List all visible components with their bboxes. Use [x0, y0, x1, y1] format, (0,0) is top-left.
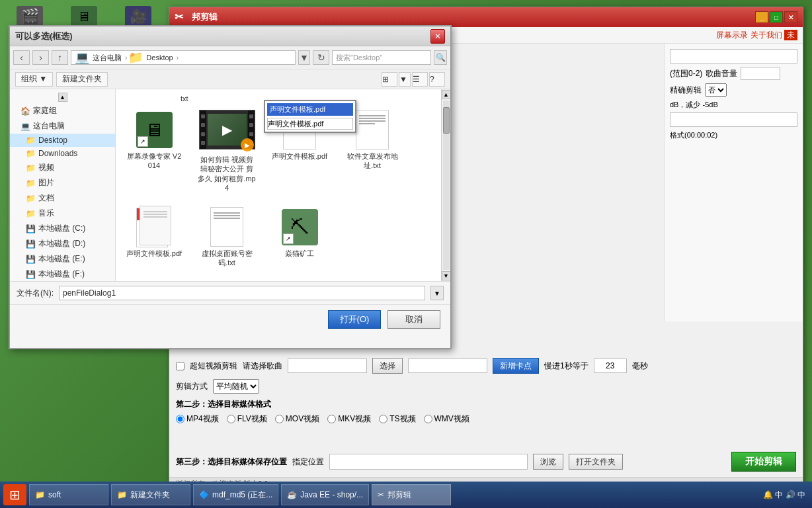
right-panel: (范围0-2) 歌曲音量 精确剪辑 否 是 dB，减少 -5dB: [664, 44, 803, 321]
sidebar-drive-e[interactable]: 💾 本地磁盘 (E:): [10, 251, 115, 267]
file-item-txt2[interactable]: 虚拟桌面账号密码.txt: [194, 203, 260, 272]
dialog-close-button[interactable]: ✕: [430, 29, 445, 44]
sidebar-downloads[interactable]: 📁 Downloads: [10, 147, 115, 160]
file-item-video[interactable]: ▶ ▶ 如何剪辑 视频剪辑秘密大公开 剪多久 如何粗剪.mp4: [194, 106, 260, 196]
file-item-screenrecorder[interactable]: 🖥 ↗ 屏幕录像专家 V2014: [121, 106, 187, 196]
browse-button[interactable]: 浏览: [533, 454, 563, 470]
search-bar[interactable]: 搜索"Desktop": [332, 50, 431, 65]
txt2-line-3: [214, 218, 240, 219]
sidebar-this-pc[interactable]: 💻 这台电脑: [10, 118, 115, 134]
file-item-miner[interactable]: ⛏ ↗ 焱猫矿工: [266, 203, 333, 272]
film-hole-3: [201, 132, 205, 136]
maximize-button[interactable]: □: [770, 11, 783, 23]
new-folder-button[interactable]: 新建文件夹: [56, 72, 108, 87]
dropdown-button[interactable]: ▼: [298, 50, 310, 65]
cut-mode-select[interactable]: 平均随机: [213, 379, 259, 394]
this-pc-label: 这台电脑: [33, 120, 65, 132]
ms-label: 毫秒: [632, 360, 648, 372]
scroll-top-arrow[interactable]: ▲: [442, 90, 451, 99]
taskbar-item-newfolder[interactable]: 📁 新建文件夹: [111, 484, 190, 505]
fmt-mov[interactable]: MOV视频: [275, 413, 319, 425]
fmt-mkv[interactable]: MKV视频: [327, 413, 371, 425]
help-button[interactable]: ?: [429, 72, 445, 87]
file-area[interactable]: txt 🖥 ↗ 屏幕录像专家 V2014: [116, 89, 441, 281]
film-hole-6: [249, 123, 253, 127]
drive-d-icon: 💾: [26, 239, 36, 249]
pdf2-front-sheet: [140, 206, 171, 245]
taskbar-item-bangjianji[interactable]: ✂ 邦剪辑: [372, 484, 451, 505]
filename-dropdown[interactable]: ▼: [430, 286, 444, 300]
scroll-bottom-arrow[interactable]: ▼: [442, 271, 451, 280]
back-button[interactable]: ‹: [13, 50, 30, 65]
home-group-icon: 🏠: [20, 106, 30, 116]
view-icons-button[interactable]: ⊞: [382, 72, 397, 87]
close-button[interactable]: ✕: [784, 11, 797, 23]
this-pc-icon: 💻: [20, 122, 30, 131]
open-button[interactable]: 打开(O): [328, 310, 381, 329]
select-song-button[interactable]: 选择: [372, 358, 403, 374]
downloads-folder-icon: 📁: [26, 149, 36, 158]
fmt-mp4[interactable]: MP4视频: [176, 413, 219, 425]
file-item-pdf2[interactable]: PDF 声明文件: [121, 203, 187, 272]
pictures-folder-icon: 📁: [26, 179, 36, 188]
downloads-label: Downloads: [38, 149, 77, 158]
filename-input[interactable]: [59, 286, 425, 300]
sidebar-drive-d[interactable]: 💾 本地磁盘 (D:): [10, 236, 115, 251]
txt1-lines: [356, 110, 388, 129]
txt2-line-2: [214, 215, 240, 216]
scroll-track[interactable]: [443, 101, 450, 270]
forward-button[interactable]: ›: [32, 50, 49, 65]
format-radio-group: MP4视频 FLV视频 MOV视频 MKV视频 TS视频 WMV视频: [176, 413, 657, 425]
scroll-up-arrow[interactable]: ▲: [58, 93, 67, 102]
dialog-scrollbar[interactable]: ▲ ▼: [441, 89, 450, 281]
start-button[interactable]: 开始剪辑: [731, 452, 796, 472]
cancel-button[interactable]: 取消: [387, 310, 440, 329]
sidebar-desktop[interactable]: 📁 Desktop: [10, 134, 115, 147]
location-input[interactable]: [329, 454, 528, 470]
refresh-button[interactable]: ↻: [313, 50, 329, 65]
pdf-overlay-name: 声明文件模板.pdf: [272, 151, 327, 161]
open-folder-button[interactable]: 打开文件夹: [569, 454, 623, 470]
taskbar-item-mdf[interactable]: 🔷 mdf_md5 (正在...: [193, 484, 278, 505]
address-bar[interactable]: 💻 这台电脑 › 📁 Desktop ›: [71, 50, 296, 65]
sidebar-pictures[interactable]: 📁 图片: [10, 175, 115, 190]
organize-button[interactable]: 组织 ▼: [15, 72, 53, 87]
right-input-1[interactable]: [670, 49, 797, 64]
sidebar-documents[interactable]: 📁 文档: [10, 190, 115, 206]
taskbar-item-java[interactable]: ☕ Java EE - shop/...: [281, 484, 369, 505]
fmt-flv[interactable]: FLV视频: [227, 413, 267, 425]
sidebar-home-group[interactable]: 🏠 家庭组: [10, 103, 115, 118]
address-parts: 💻 这台电脑 › 📁 Desktop ›: [75, 50, 179, 65]
minimize-button[interactable]: _: [755, 11, 768, 23]
taskbar-item-soft[interactable]: 📁 soft: [29, 484, 108, 505]
precise-select[interactable]: 否 是: [705, 83, 727, 97]
pdf-rename-input[interactable]: [267, 118, 353, 130]
volume-input[interactable]: [741, 67, 780, 80]
sidebar-videos[interactable]: 📁 视频: [10, 160, 115, 175]
view-dropdown-button[interactable]: ▼: [399, 72, 411, 87]
up-button[interactable]: ↑: [52, 50, 68, 65]
fmt-ts[interactable]: TS视频: [379, 413, 415, 425]
dialog-body: ▲ 🏠 家庭组 💻 这台电脑 📁 Desktop 📁 Downloads: [10, 89, 450, 281]
taskbar-label-bangjianji: 邦剪辑: [387, 489, 411, 501]
main-window-title: 邦剪辑: [192, 11, 755, 23]
sidebar-drive-f[interactable]: 💾 本地磁盘 (F:): [10, 267, 115, 281]
sidebar-drive-c[interactable]: 💾 本地磁盘 (C:): [10, 221, 115, 236]
file-item-pdf-overlay[interactable]: 声明文件模板.pdf PDF: [266, 106, 333, 196]
add-marker-button[interactable]: 新增卡点: [493, 358, 539, 374]
short-video-label: 超短视频剪辑: [190, 360, 237, 372]
search-button[interactable]: 🔍: [434, 50, 447, 65]
fmt-wmv[interactable]: WMV视频: [424, 413, 469, 425]
main-window-titlebar: ✂ 邦剪辑 _ □ ✕: [169, 7, 803, 27]
song-path-input[interactable]: [408, 359, 487, 373]
sidebar-music[interactable]: 📁 音乐: [10, 206, 115, 221]
song-input[interactable]: [288, 359, 367, 373]
scroll-thumb[interactable]: [443, 107, 450, 134]
slow-value-input[interactable]: [594, 359, 627, 373]
drive-f-label: 本地磁盘 (F:): [38, 269, 85, 280]
short-video-checkbox[interactable]: [176, 362, 184, 370]
controls-row1: 超短视频剪辑 请选择歌曲 选择 新增卡点 慢进1秒等于 毫秒: [176, 358, 657, 374]
view-details-button[interactable]: ☰: [412, 72, 428, 87]
db-input[interactable]: [670, 112, 797, 127]
start-button[interactable]: ⊞: [3, 484, 26, 505]
